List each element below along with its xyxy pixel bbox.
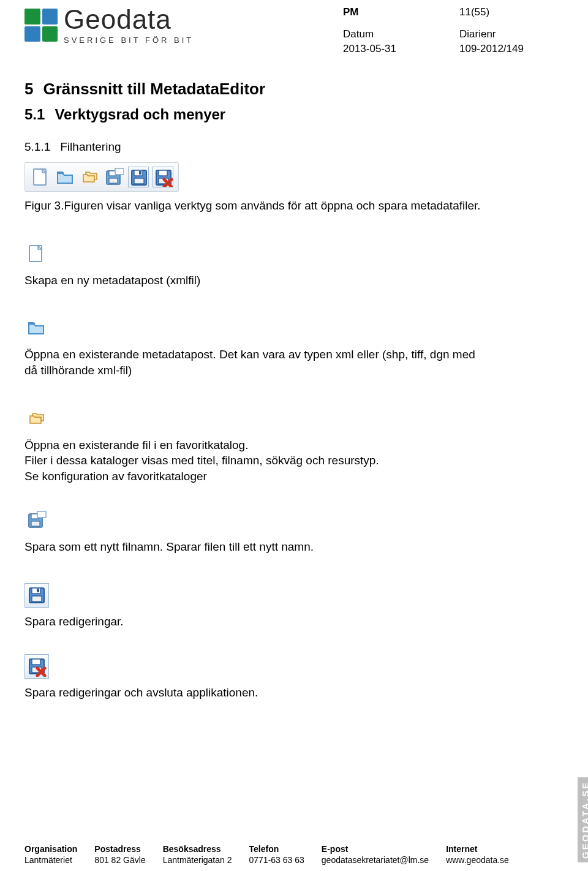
save-icon [24,583,49,608]
footer-tel-h: Telefon [249,844,304,854]
save-as-icon [104,167,124,187]
logo-sq-bl [24,26,40,42]
heading-5-1-1-text: Filhantering [60,140,121,153]
logo-text: Geodata [64,6,194,33]
item-open-file: Öppna en existerande metadatapost. Det k… [24,316,564,378]
favorite-folders-icon [24,407,49,431]
pm-label: PM [343,6,459,18]
save-exit-icon [24,654,49,679]
item-new-file-text: Skapa en ny metadatapost (xmlfil) [24,273,490,288]
page-header: Geodata SVERIGE BIT FÖR BIT PM Datum 201… [24,6,564,55]
footer-org-v: Lantmäteriet [24,855,77,865]
page-numbers: 11(55) [459,6,564,18]
heading-5-1: 5.1Verktygsrad och menyer [24,106,564,123]
item-favorites-text-3: Se konfiguration av favoritkataloger [24,469,564,485]
figure-caption: Figur 3.Figuren visar vanliga verktyg so… [24,198,490,214]
item-favorites-text-2: Filer i dessa kataloger visas med titel,… [24,453,564,469]
footer-visit: Besöksadress Lantmäterigatan 2 [163,844,232,865]
footer-post-h: Postadress [94,844,145,854]
folder-icon [55,167,75,187]
footer-visit-h: Besöksadress [163,844,232,854]
new-file-icon [24,242,49,266]
footer-visit-v: Lantmäterigatan 2 [163,855,232,865]
heading-5-1-1-num: 5.1.1 [24,140,50,154]
save-exit-icon [153,167,173,187]
item-save: Spara redigeringar. [24,583,564,630]
footer-post: Postadress 801 82 Gävle [94,844,145,865]
footer-web-h: Internet [446,844,509,854]
item-favorites: Öppna en existerande fil i en favoritkat… [24,407,564,485]
footer-tel: Telefon 0771-63 63 63 [249,844,304,865]
doc-meta: PM Datum 2013-05-31 11(55) Diarienr 109-… [343,6,564,55]
geodata-se-sidebar: GEODATA.SE [578,777,588,862]
folder-icon [24,316,49,341]
footer-email-h: E-post [322,844,429,854]
logo-sq-tl [24,9,40,25]
heading-5: 5Gränssnitt till MetadataEditor [24,80,564,99]
diary-value: 109-2012/149 [459,43,564,55]
item-favorites-text-1: Öppna en existerande fil i en favoritkat… [24,437,490,453]
heading-5-text: Gränssnitt till MetadataEditor [43,80,265,98]
footer-org-h: Organisation [24,844,77,854]
footer-tel-v: 0771-63 63 63 [249,855,304,865]
date-value: 2013-05-31 [343,43,459,55]
item-save-as: Spara som ett nytt filnamn. Sparar filen… [24,508,564,555]
item-new-file: Skapa en ny metadatapost (xmlfil) [24,242,564,288]
toolbar-figure [24,162,179,192]
item-save-exit: Spara redigeringar och avsluta applikati… [24,654,564,701]
logo: Geodata SVERIGE BIT FÖR BIT [24,6,194,45]
save-as-icon [24,508,49,533]
heading-5-1-num: 5.1 [24,106,45,123]
date-label: Datum [343,28,459,40]
logo-sq-br [42,26,58,42]
favorite-folders-icon [79,167,100,187]
item-save-text: Spara redigeringar. [24,614,490,630]
save-icon [128,167,149,187]
footer-org: Organisation Lantmäteriet [24,844,77,865]
logo-mark [24,9,58,42]
item-save-exit-text: Spara redigeringar och avsluta applikati… [24,685,490,701]
logo-sq-tr [42,9,58,25]
content: 5Gränssnitt till MetadataEditor 5.1Verkt… [24,80,564,700]
diary-label: Diarienr [459,28,564,40]
page-footer: Organisation Lantmäteriet Postadress 801… [24,844,564,865]
footer-web: Internet www.geodata.se [446,844,509,865]
footer-email: E-post geodatasekretariatet@lm.se [322,844,429,865]
heading-5-num: 5 [24,80,33,99]
footer-post-v: 801 82 Gävle [94,855,145,865]
item-save-as-text: Spara som ett nytt filnamn. Sparar filen… [24,539,490,555]
item-open-file-text: Öppna en existerande metadatapost. Det k… [24,347,490,378]
footer-web-v: www.geodata.se [446,855,509,865]
new-file-icon [30,167,51,187]
heading-5-1-text: Verktygsrad och menyer [55,106,225,123]
footer-email-v: geodatasekretariatet@lm.se [322,855,429,865]
logo-subtext: SVERIGE BIT FÖR BIT [64,36,194,45]
heading-5-1-1: 5.1.1Filhantering [24,140,564,154]
